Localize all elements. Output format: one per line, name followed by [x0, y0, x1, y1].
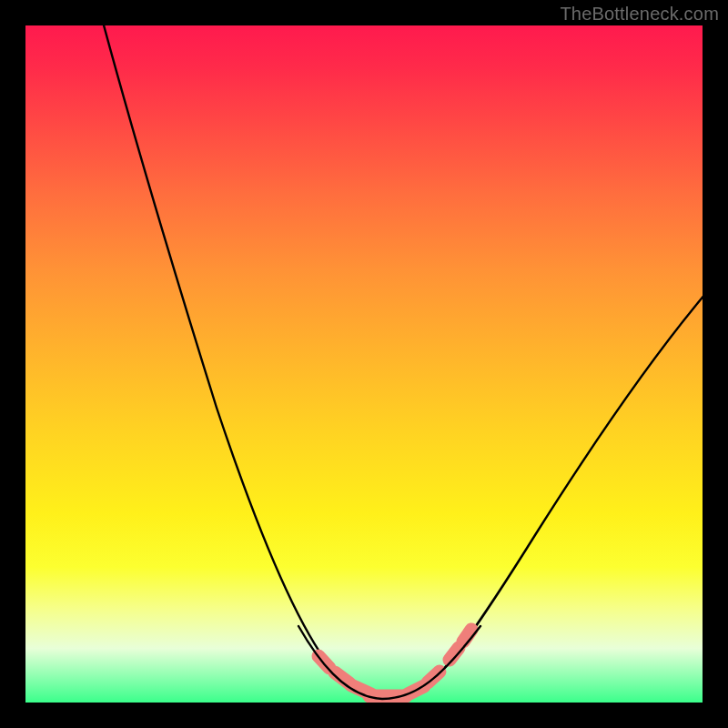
bottleneck-curve	[25, 25, 703, 703]
watermark-text: TheBottleneck.com	[560, 4, 719, 25]
curve-path	[96, 25, 703, 699]
plot-area	[25, 25, 703, 703]
chart-frame: TheBottleneck.com	[0, 0, 728, 728]
